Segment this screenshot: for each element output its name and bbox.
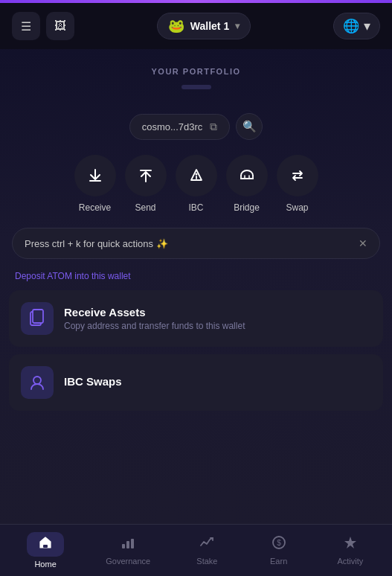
svg-marker-10 [344, 537, 356, 548]
ibc-swaps-icon [21, 366, 54, 399]
activity-icon [343, 535, 358, 554]
receive-label: Receive [79, 202, 111, 213]
wallet-name: Wallet 1 [190, 20, 229, 32]
receive-icon [87, 167, 103, 184]
send-icon [138, 167, 154, 184]
portfolio-balance-bar [181, 85, 211, 89]
stake-label: Stake [196, 557, 217, 566]
image-button[interactable]: 🖼 [46, 12, 74, 40]
home-label: Home [34, 560, 56, 569]
governance-label: Governance [106, 557, 150, 566]
nav-earn[interactable]: $ Earn [257, 529, 301, 572]
portfolio-section: YOUR PORTFOLIO [0, 49, 392, 113]
cards-section: Receive Assets Copy address and transfer… [0, 290, 392, 411]
receive-assets-desc: Copy address and transfer funds to this … [64, 321, 245, 331]
main-content: YOUR PORTFOLIO cosmo...7d3rc ⧉ 🔍 Receive [0, 49, 392, 524]
svg-rect-4 [43, 545, 48, 548]
bridge-button[interactable] [226, 155, 268, 196]
nav-activity[interactable]: Activity [328, 529, 373, 572]
receive-action[interactable]: Receive [74, 155, 116, 213]
nav-home[interactable]: Home [19, 526, 71, 575]
copy-icon[interactable]: ⧉ [210, 121, 217, 133]
swap-button[interactable] [277, 155, 318, 196]
quick-actions-text: Press ctrl + k for quick actions ✨ [25, 238, 168, 249]
address-bar: cosmo...7d3rc ⧉ 🔍 [0, 113, 392, 140]
nav-stake[interactable]: Stake [184, 529, 229, 572]
swap-action[interactable]: Swap [277, 155, 318, 213]
swap-label: Swap [286, 202, 308, 213]
home-active-bg [27, 532, 64, 557]
send-action[interactable]: Send [125, 155, 167, 213]
receive-assets-title: Receive Assets [64, 306, 245, 319]
receive-assets-icon [21, 302, 54, 335]
address-pill: cosmo...7d3rc ⧉ [129, 114, 231, 140]
ibc-button[interactable] [176, 155, 217, 196]
ibc-swaps-title: IBC Swaps [64, 375, 122, 388]
receive-button[interactable] [74, 155, 116, 196]
network-selector[interactable]: 🌐 ▾ [333, 13, 380, 39]
search-icon: 🔍 [242, 120, 257, 133]
search-button[interactable]: 🔍 [236, 113, 263, 140]
svg-rect-2 [33, 310, 43, 323]
bridge-label: Bridge [234, 202, 260, 213]
svg-point-3 [33, 377, 41, 384]
bridge-icon [239, 167, 255, 184]
close-banner-button[interactable]: ✕ [359, 237, 367, 249]
deposit-hint: Deposit ATOM into this wallet [0, 271, 392, 290]
home-icon [39, 536, 52, 553]
network-chevron-icon: ▾ [364, 18, 370, 34]
send-button[interactable] [125, 155, 167, 196]
ibc-swaps-card[interactable]: IBC Swaps [9, 354, 383, 411]
receive-assets-info: Receive Assets Copy address and transfer… [64, 306, 245, 331]
nav-governance[interactable]: Governance [98, 529, 158, 572]
ibc-swaps-info: IBC Swaps [64, 375, 122, 390]
svg-rect-7 [131, 539, 134, 548]
action-buttons: Receive Send IBC [12, 155, 380, 213]
header: ☰ 🖼 🐸 Wallet 1 ▾ 🌐 ▾ [0, 3, 392, 49]
header-left: ☰ 🖼 [12, 12, 74, 40]
menu-icon: ☰ [21, 19, 31, 33]
governance-icon [121, 535, 135, 554]
receive-assets-card[interactable]: Receive Assets Copy address and transfer… [9, 290, 383, 347]
image-icon: 🖼 [54, 19, 66, 33]
chevron-down-icon: ▾ [235, 21, 240, 31]
earn-label: Earn [270, 557, 287, 566]
ibc-icon [188, 167, 205, 184]
quick-actions-banner: Press ctrl + k for quick actions ✨ ✕ [12, 228, 380, 259]
portfolio-label: YOUR PORTFOLIO [15, 67, 377, 76]
swap-icon [289, 167, 306, 184]
svg-point-0 [195, 173, 197, 176]
wallet-emoji: 🐸 [168, 18, 184, 34]
menu-button[interactable]: ☰ [12, 12, 40, 40]
send-label: Send [135, 202, 155, 213]
activity-label: Activity [337, 557, 363, 566]
ibc-label: IBC [188, 202, 203, 213]
wallet-selector[interactable]: 🐸 Wallet 1 ▾ [157, 13, 251, 39]
stake-icon [199, 535, 214, 554]
svg-text:$: $ [277, 539, 281, 547]
globe-icon: 🌐 [343, 18, 359, 34]
earn-icon: $ [271, 535, 286, 554]
bottom-nav: Home Governance Stake $ Earn [0, 524, 392, 576]
ibc-action[interactable]: IBC [176, 155, 217, 213]
bridge-action[interactable]: Bridge [226, 155, 268, 213]
wallet-address: cosmo...7d3rc [142, 121, 203, 132]
svg-rect-5 [122, 544, 125, 548]
svg-rect-6 [126, 541, 129, 548]
